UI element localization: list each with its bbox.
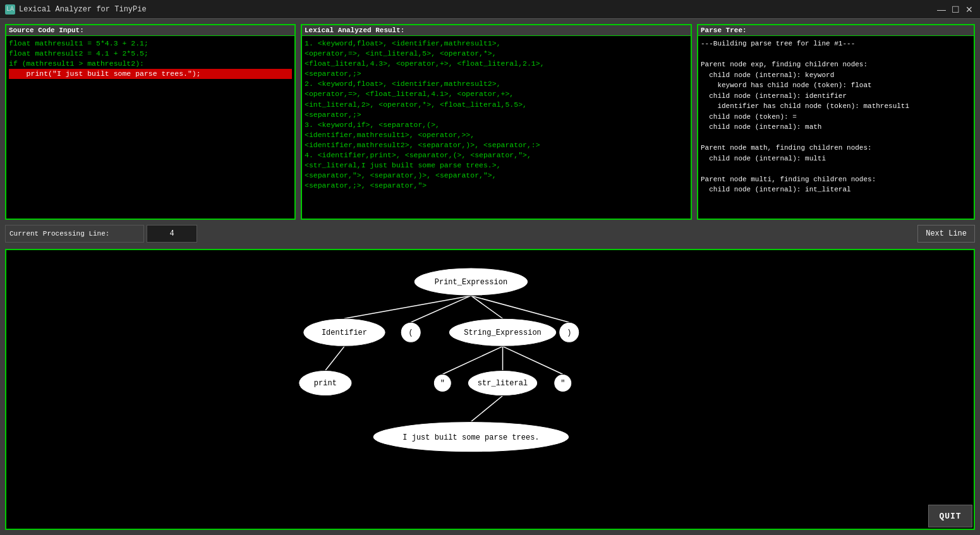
source-code-label: Source Code Input:: [6, 25, 294, 36]
tree-node-print_expr: Print_Expression: [414, 268, 528, 296]
tree-node-label: ": [440, 379, 445, 388]
close-button[interactable]: ✕: [964, 4, 975, 15]
tree-edge: [471, 396, 502, 422]
source-code-panel: Source Code Input: float mathresult1 = 5…: [5, 24, 296, 220]
current-line-label: Current Processing Line:: [5, 225, 144, 243]
tree-node-label: ): [567, 328, 571, 337]
tree-node-print: print: [299, 370, 352, 395]
tree-node-label: str_literal: [478, 379, 528, 388]
quit-button[interactable]: QUIT: [928, 505, 972, 527]
parse-tree-panel: Parse Tree: ---Building parse tree for l…: [697, 24, 975, 220]
parse-tree-content[interactable]: ---Building parse tree for line #1--- Pa…: [698, 36, 974, 219]
tree-edge: [325, 346, 344, 370]
tree-node-label: Identifier: [322, 328, 367, 337]
source-line: float mathresult1 = 5*4.3 + 2.1;: [9, 39, 292, 49]
tree-node-str_literal: str_literal: [468, 370, 537, 395]
tree-edge: [344, 296, 471, 318]
bottom-bar: Current Processing Line: Next Line: [5, 224, 975, 244]
tree-edge: [411, 296, 471, 322]
top-panels: Source Code Input: float mathresult1 = 5…: [5, 24, 975, 220]
tree-node-label: I just built some parse trees.: [402, 433, 539, 442]
title-bar-left: LA Lexical Analyzer for TinyPie: [5, 4, 147, 15]
tree-node-quote_open: ": [433, 374, 451, 392]
app-title: Lexical Analyzer for TinyPie: [19, 5, 147, 14]
tree-svg: Print_ExpressionIdentifierString_Express…: [6, 250, 974, 529]
tree-node-label: print: [314, 379, 337, 388]
tree-edge: [471, 296, 569, 322]
lexical-panel: Lexical Analyzed Result: 1. <keyword,flo…: [301, 24, 692, 220]
maximize-button[interactable]: ☐: [950, 4, 961, 15]
source-line: if (mathresult1 > mathresult2):: [9, 59, 292, 69]
tree-node-identifier: Identifier: [303, 318, 385, 346]
tree-edge: [471, 296, 502, 318]
tree-node-paren_close: ): [559, 322, 579, 342]
tree-node-label: ": [560, 379, 565, 388]
tree-node-label: Print_Expression: [435, 278, 507, 287]
lexical-content[interactable]: 1. <keyword,float>, <identifier,mathresu…: [302, 36, 691, 219]
tree-node-quote_close: ": [554, 374, 572, 392]
tree-node-string_expr: String_Expression: [449, 318, 556, 346]
next-line-button[interactable]: Next Line: [917, 225, 975, 243]
app-icon: LA: [5, 4, 15, 15]
title-bar: LA Lexical Analyzer for TinyPie — ☐ ✕: [0, 0, 980, 19]
tree-node-label: String_Expression: [464, 328, 541, 337]
minimize-button[interactable]: —: [936, 4, 947, 15]
source-line: float mathresult2 = 4.1 + 2*5.5;: [9, 49, 292, 59]
tree-node-label: (: [409, 328, 413, 337]
lexical-label: Lexical Analyzed Result:: [302, 25, 691, 36]
main-content: Source Code Input: float mathresult1 = 5…: [0, 19, 980, 535]
source-line: print("I just built some parse trees.");: [9, 69, 292, 79]
tree-edge: [503, 346, 563, 374]
tree-node-str_value: I just built some parse trees.: [373, 422, 569, 452]
tree-edge: [442, 346, 502, 374]
parse-tree-label: Parse Tree:: [698, 25, 974, 36]
tree-panel: Print_ExpressionIdentifierString_Express…: [5, 249, 975, 530]
current-line-input[interactable]: [147, 225, 197, 243]
tree-node-paren_open: (: [401, 322, 421, 342]
window-controls: — ☐ ✕: [936, 4, 975, 15]
source-code-content[interactable]: float mathresult1 = 5*4.3 + 2.1;float ma…: [6, 36, 294, 219]
